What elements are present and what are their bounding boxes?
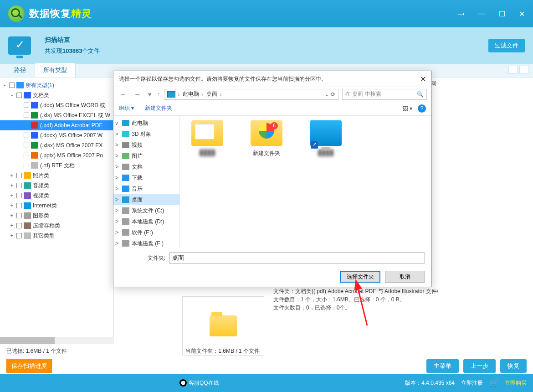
checkbox-icon[interactable]	[16, 203, 22, 208]
dialog-close-button[interactable]: ✕	[420, 75, 426, 83]
checkbox-icon[interactable]	[24, 133, 29, 138]
checkbox-icon[interactable]	[24, 163, 29, 168]
location-icon	[122, 175, 129, 181]
checkbox-icon[interactable]	[16, 93, 22, 98]
checkbox-icon[interactable]	[16, 173, 22, 178]
sidebar-tree[interactable]: -所有类型(1)-文档类(.doc) MS Office WORD 或(.xls…	[0, 77, 114, 344]
nav-tree-item[interactable]: >下载	[113, 172, 179, 183]
organize-button[interactable]: 组织 ▾	[119, 104, 134, 112]
filetype-icon	[24, 232, 31, 239]
filetype-icon	[31, 142, 38, 149]
nav-tree-item[interactable]: >文档	[113, 161, 179, 172]
filetype-icon	[24, 182, 31, 189]
app-logo-icon	[8, 5, 25, 22]
tree-item[interactable]: +其它类型	[0, 231, 113, 241]
checkbox-icon[interactable]	[24, 103, 29, 108]
nav-up-icon[interactable]: ↑	[157, 91, 160, 98]
checkbox-icon[interactable]	[16, 233, 22, 238]
breadcrumb[interactable]: › 此电脑 › 桌面 › ⌄⟳	[164, 89, 339, 100]
tree-item[interactable]: +照片类	[0, 170, 113, 181]
tree-item[interactable]: (.pptx) MS Office 2007 Po	[0, 150, 113, 160]
nav-forward-icon[interactable]: →	[132, 90, 143, 98]
checkbox-icon[interactable]	[16, 213, 22, 218]
file-item[interactable]: ████	[184, 120, 230, 156]
file-item[interactable]: ████	[303, 120, 348, 156]
checkbox-icon[interactable]	[24, 143, 29, 148]
nav-tree-item[interactable]: >软件 (E:)	[113, 227, 179, 238]
new-folder-button[interactable]: 新建文件夹	[145, 104, 172, 112]
tree-item[interactable]: +音频类	[0, 181, 113, 191]
checkbox-icon[interactable]	[16, 193, 22, 198]
location-icon	[122, 131, 129, 137]
folder-name-input[interactable]	[169, 253, 425, 263]
tree-item[interactable]: (.doc) MS Office WORD 或	[0, 100, 113, 110]
filetype-icon	[31, 152, 38, 159]
nav-tree-item[interactable]: >音乐	[113, 183, 179, 194]
save-scan-button[interactable]: 保存扫描进度	[6, 359, 52, 373]
horizontal-scrollbar[interactable]	[0, 337, 114, 344]
checkbox-icon[interactable]	[16, 183, 22, 188]
minimize-button[interactable]: —	[478, 10, 485, 18]
nav-tree-item[interactable]: >系统文件 (C:)	[113, 205, 179, 216]
tree-item[interactable]: +Internet类	[0, 201, 113, 211]
tree-item[interactable]: +图形类	[0, 211, 113, 221]
file-item[interactable]: 6新建文件夹	[244, 120, 289, 157]
dialog-title: 选择一个路径以保存您勾选的文件。请勿将要恢复的文件保存在您当前扫描的分区中。	[119, 75, 327, 83]
filetype-icon	[31, 112, 38, 119]
nav-tree-item[interactable]: >视频	[113, 139, 179, 150]
tree-item[interactable]: (.rtf) RTF 文档	[0, 160, 113, 170]
checkbox-icon[interactable]	[9, 83, 15, 88]
tree-item[interactable]: (.pdf) Adobe Acrobat PDF	[0, 120, 113, 130]
refresh-icon[interactable]: ⟳	[331, 91, 335, 98]
location-icon	[122, 120, 129, 126]
folder-icon	[210, 315, 237, 336]
checkbox-icon[interactable]	[16, 223, 22, 228]
close-button[interactable]: ✕	[519, 10, 525, 18]
location-icon	[122, 164, 129, 170]
register-link[interactable]: 立即注册	[461, 379, 483, 387]
checkbox-icon[interactable]	[24, 153, 29, 158]
nav-tree-item[interactable]: >图片	[113, 150, 179, 161]
view-grid-icon[interactable]	[508, 66, 518, 74]
tree-item[interactable]: -所有类型(1)	[0, 80, 113, 90]
nav-tree-item[interactable]: >桌面	[113, 194, 179, 205]
previous-button[interactable]: 上一步	[463, 359, 496, 373]
tab-path[interactable]: 路径	[5, 63, 35, 77]
location-icon	[122, 229, 129, 236]
buy-link[interactable]: 立即购买	[505, 379, 527, 387]
tab-all-types[interactable]: 所有类型	[35, 63, 76, 77]
nav-tree-item[interactable]: >本地磁盘 (D:)	[113, 216, 179, 227]
nav-tree-item[interactable]: v此电脑	[113, 118, 179, 129]
tree-item[interactable]: (.docx) MS Office 2007 W	[0, 130, 113, 140]
nav-back-icon[interactable]: ←	[118, 90, 128, 98]
help-icon[interactable]: ?	[418, 104, 426, 113]
select-folder-button[interactable]: 选择文件夹	[340, 271, 380, 283]
main-menu-button[interactable]: 主菜单	[426, 359, 459, 373]
maximize-button[interactable]: ☐	[499, 10, 505, 18]
tree-item[interactable]: +视频类	[0, 191, 113, 201]
search-input[interactable]: 在 桌面 中搜索🔍	[342, 89, 427, 100]
recover-button[interactable]: 恢复	[500, 359, 527, 373]
nav-recent-icon[interactable]: ▾	[146, 90, 154, 98]
file-icon: 6	[251, 120, 282, 146]
location-icon	[122, 207, 129, 214]
checkbox-icon[interactable]	[24, 123, 29, 128]
view-list-icon[interactable]	[519, 66, 528, 74]
tree-item[interactable]: +压缩存档类	[0, 221, 113, 231]
options-icon[interactable]: ⟞	[457, 10, 464, 18]
dialog-nav-tree[interactable]: v此电脑>3D 对象>视频>图片>文档>下载>音乐>桌面>系统文件 (C:)>本…	[113, 116, 180, 248]
tree-item[interactable]: (.xls) MS Office EXCEL 或 W	[0, 110, 113, 120]
tree-item[interactable]: -文档类	[0, 90, 113, 100]
qq-support-button[interactable]: 客服QQ在线	[179, 379, 219, 387]
dialog-file-list[interactable]: ████6新建文件夹████	[180, 116, 431, 248]
cancel-button[interactable]: 取消	[385, 271, 425, 283]
checkbox-icon[interactable]	[24, 113, 29, 118]
file-icon	[310, 120, 342, 146]
location-icon	[122, 196, 129, 203]
view-mode-icon[interactable]: 🖼 ▾	[403, 105, 412, 112]
nav-tree-item[interactable]: >3D 对象	[113, 129, 179, 139]
tree-item[interactable]: (.xlsx) MS Office 2007 EX	[0, 140, 113, 150]
filter-files-button[interactable]: 过滤文件	[488, 39, 525, 52]
qq-icon	[179, 379, 187, 387]
nav-tree-item[interactable]: >本地磁盘 (F:)	[113, 238, 179, 248]
